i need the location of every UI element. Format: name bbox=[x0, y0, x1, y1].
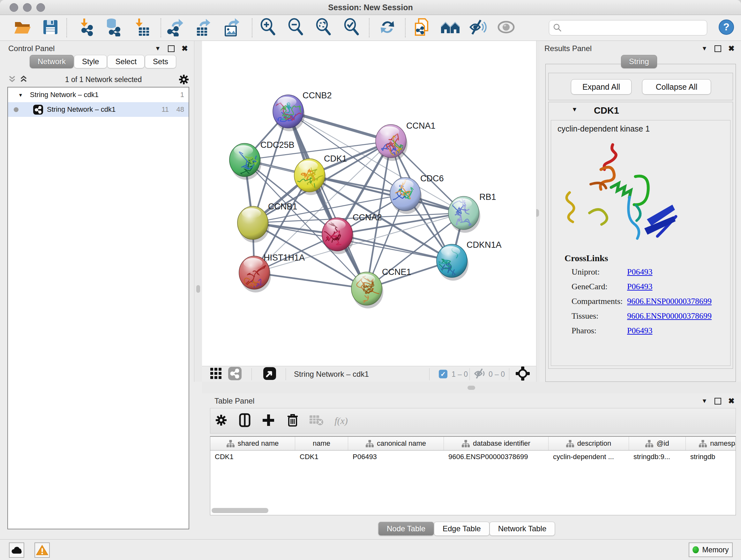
left-splitter[interactable] bbox=[194, 41, 203, 382]
column-header-namespace[interactable]: namespace bbox=[686, 437, 736, 450]
network-node-CCNE1[interactable]: CCNE1 bbox=[351, 267, 411, 315]
network-node-CCNB1[interactable]: CCNB1 bbox=[238, 202, 297, 243]
zoom-in-icon[interactable] bbox=[259, 18, 277, 38]
export-table-icon[interactable] bbox=[194, 18, 212, 38]
hide-eye-icon[interactable] bbox=[469, 19, 488, 37]
network-edge[interactable] bbox=[254, 273, 367, 289]
table-cell[interactable]: cyclin-dependent ... bbox=[549, 450, 629, 463]
crosslink-link[interactable]: 9606.ENSP00000378699 bbox=[627, 311, 712, 321]
collapse-panel-icon[interactable]: ▼ bbox=[701, 397, 708, 405]
collapse-all-button[interactable]: Collapse All bbox=[642, 79, 711, 95]
zoom-out-icon[interactable] bbox=[287, 18, 305, 38]
cdk1-section-header[interactable]: ▼ CDK1 bbox=[549, 102, 733, 119]
table-cell[interactable]: stringdb bbox=[686, 450, 736, 463]
tab-sets[interactable]: Sets bbox=[145, 55, 176, 68]
collapse-all-icon[interactable] bbox=[7, 75, 17, 84]
hidden-eye-icon[interactable] bbox=[474, 368, 487, 380]
crosslink-link[interactable]: P06493 bbox=[627, 267, 652, 277]
delete-column-icon[interactable] bbox=[287, 413, 298, 428]
import-database-icon[interactable] bbox=[105, 18, 122, 38]
collapse-panel-icon[interactable]: ▼ bbox=[155, 45, 161, 52]
refresh-icon[interactable] bbox=[379, 18, 396, 37]
tab-network[interactable]: Network bbox=[30, 55, 74, 68]
tab-edge-table[interactable]: Edge Table bbox=[434, 522, 489, 536]
tab-style[interactable]: Style bbox=[74, 55, 107, 68]
cloud-button[interactable] bbox=[9, 543, 24, 558]
add-column-icon[interactable] bbox=[262, 414, 275, 428]
memory-button[interactable]: Memory bbox=[689, 543, 733, 557]
search-input[interactable] bbox=[549, 20, 707, 36]
network-edge[interactable] bbox=[337, 234, 452, 261]
crosslink-link[interactable]: P06493 bbox=[627, 282, 652, 292]
close-panel-icon[interactable]: ✖ bbox=[728, 44, 735, 53]
gear-icon[interactable] bbox=[179, 74, 189, 85]
warnings-button[interactable] bbox=[35, 543, 50, 558]
expand-all-icon[interactable] bbox=[19, 75, 28, 84]
hidden-counts: 0 – 0 bbox=[488, 366, 505, 382]
horizontal-splitter[interactable] bbox=[202, 382, 741, 393]
table-row[interactable]: CDK1CDK1P064939606.ENSP00000378699cyclin… bbox=[210, 450, 736, 463]
network-node-RB1[interactable]: RB1 bbox=[448, 192, 496, 233]
column-header-shared-name[interactable]: shared name bbox=[210, 437, 295, 450]
expand-all-button[interactable]: Expand All bbox=[571, 79, 631, 95]
left-splitter-handle[interactable] bbox=[196, 285, 200, 293]
column-header-description[interactable]: description bbox=[549, 437, 629, 450]
horizontal-splitter-handle[interactable] bbox=[468, 386, 475, 390]
open-in-browser-icon[interactable] bbox=[263, 367, 276, 381]
clone-network-icon[interactable] bbox=[413, 17, 431, 38]
string-badge-icon[interactable] bbox=[228, 367, 242, 382]
open-session-icon[interactable] bbox=[13, 19, 31, 37]
float-panel-icon[interactable] bbox=[168, 45, 175, 52]
warning-icon bbox=[36, 545, 48, 556]
save-session-icon[interactable] bbox=[42, 19, 59, 37]
pan-crosshair-icon[interactable] bbox=[516, 367, 530, 382]
birdseye-grid-icon[interactable] bbox=[210, 368, 222, 381]
table-settings-gear-icon[interactable] bbox=[215, 414, 227, 428]
table-cell[interactable]: CDK1 bbox=[295, 450, 348, 463]
horizontal-scrollbar[interactable] bbox=[212, 508, 268, 513]
help-icon[interactable]: ? bbox=[718, 19, 734, 37]
tab-network-table[interactable]: Network Table bbox=[489, 522, 555, 536]
node-label: CCNB1 bbox=[268, 202, 297, 211]
network-node-CDKN1A[interactable]: CDKN1A bbox=[433, 234, 502, 281]
close-panel-icon[interactable]: ✖ bbox=[182, 44, 188, 53]
export-network-icon[interactable] bbox=[166, 18, 184, 38]
right-splitter[interactable] bbox=[536, 41, 540, 382]
tab-select[interactable]: Select bbox=[107, 55, 145, 68]
crosslink-row: GeneCard: P06493 bbox=[571, 282, 725, 297]
column-header--id[interactable]: @id bbox=[629, 437, 686, 450]
network-canvas[interactable]: CCNB2CCNA1CDC25BCDK1CDC6RB1CCNB1CCNA2CDK… bbox=[202, 41, 536, 366]
tab-node-table[interactable]: Node Table bbox=[378, 522, 434, 536]
tab-string[interactable]: String bbox=[621, 55, 657, 68]
import-table-icon[interactable] bbox=[133, 18, 150, 38]
import-network-icon[interactable] bbox=[77, 18, 95, 38]
control-panel-controls: ▼ ✖ bbox=[155, 44, 188, 53]
collapse-panel-icon[interactable]: ▼ bbox=[701, 45, 708, 52]
zoom-selected-icon[interactable] bbox=[343, 18, 360, 38]
float-panel-icon[interactable] bbox=[715, 398, 721, 405]
tree-expander-icon[interactable]: ▼ bbox=[18, 92, 23, 98]
table-cell[interactable]: P06493 bbox=[348, 450, 444, 463]
column-header-database-identifier[interactable]: database identifier bbox=[444, 437, 549, 450]
section-expander-icon[interactable]: ▼ bbox=[571, 106, 578, 113]
network-node-CCNA2[interactable]: CCNA2 bbox=[317, 212, 382, 254]
export-image-icon[interactable] bbox=[223, 18, 241, 38]
close-panel-icon[interactable]: ✖ bbox=[728, 396, 735, 406]
zoom-fit-icon[interactable] bbox=[315, 18, 333, 38]
table-cell[interactable]: stringdb:9... bbox=[629, 450, 686, 463]
crosslink-label: Compartments: bbox=[571, 297, 623, 306]
network-node-CDC6[interactable]: CDC6 bbox=[390, 174, 444, 214]
selected-checkbox-icon[interactable]: ✓ bbox=[439, 370, 448, 378]
table-cell[interactable]: 9606.ENSP00000378699 bbox=[444, 450, 549, 463]
table-cell[interactable]: CDK1 bbox=[210, 450, 295, 463]
show-columns-icon[interactable] bbox=[239, 413, 251, 428]
column-header-canonical-name[interactable]: canonical name bbox=[348, 437, 444, 450]
network-collection-row[interactable]: ▼ String Network – cdk1 1 bbox=[8, 87, 189, 102]
home-networks-icon[interactable] bbox=[441, 19, 460, 37]
column-header-name[interactable]: name bbox=[295, 437, 348, 450]
network-row-selected[interactable]: String Network – cdk1 11 48 bbox=[8, 102, 189, 117]
float-panel-icon[interactable] bbox=[715, 45, 721, 52]
crosslink-link[interactable]: 9606.ENSP00000378699 bbox=[627, 297, 712, 306]
crosslink-link[interactable]: P06493 bbox=[627, 326, 652, 335]
network-node-CCNB2[interactable]: CCNB2 bbox=[272, 91, 332, 131]
